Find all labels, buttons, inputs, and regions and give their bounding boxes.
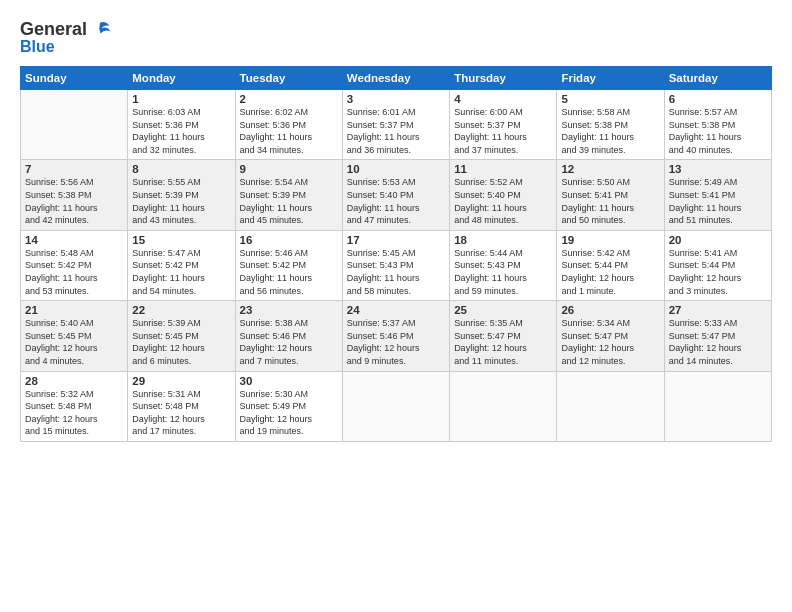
- day-number: 10: [347, 163, 445, 175]
- day-info: Sunrise: 5:53 AM Sunset: 5:40 PM Dayligh…: [347, 176, 445, 226]
- calendar-cell: 19Sunrise: 5:42 AM Sunset: 5:44 PM Dayli…: [557, 230, 664, 300]
- day-number: 3: [347, 93, 445, 105]
- day-info: Sunrise: 5:52 AM Sunset: 5:40 PM Dayligh…: [454, 176, 552, 226]
- calendar-cell: 14Sunrise: 5:48 AM Sunset: 5:42 PM Dayli…: [21, 230, 128, 300]
- calendar-cell: 29Sunrise: 5:31 AM Sunset: 5:48 PM Dayli…: [128, 371, 235, 441]
- day-info: Sunrise: 5:38 AM Sunset: 5:46 PM Dayligh…: [240, 317, 338, 367]
- calendar-table: SundayMondayTuesdayWednesdayThursdayFrid…: [20, 66, 772, 442]
- calendar-header-tuesday: Tuesday: [235, 67, 342, 90]
- day-number: 14: [25, 234, 123, 246]
- day-number: 18: [454, 234, 552, 246]
- calendar-header-friday: Friday: [557, 67, 664, 90]
- day-info: Sunrise: 5:33 AM Sunset: 5:47 PM Dayligh…: [669, 317, 767, 367]
- day-info: Sunrise: 6:03 AM Sunset: 5:36 PM Dayligh…: [132, 106, 230, 156]
- calendar-week-row: 28Sunrise: 5:32 AM Sunset: 5:48 PM Dayli…: [21, 371, 772, 441]
- logo-bird-icon: [89, 18, 111, 40]
- calendar-week-row: 14Sunrise: 5:48 AM Sunset: 5:42 PM Dayli…: [21, 230, 772, 300]
- day-info: Sunrise: 5:46 AM Sunset: 5:42 PM Dayligh…: [240, 247, 338, 297]
- day-number: 21: [25, 304, 123, 316]
- calendar-week-row: 7Sunrise: 5:56 AM Sunset: 5:38 PM Daylig…: [21, 160, 772, 230]
- day-number: 19: [561, 234, 659, 246]
- calendar-cell: 25Sunrise: 5:35 AM Sunset: 5:47 PM Dayli…: [450, 301, 557, 371]
- calendar-cell: 8Sunrise: 5:55 AM Sunset: 5:39 PM Daylig…: [128, 160, 235, 230]
- calendar-header-row: SundayMondayTuesdayWednesdayThursdayFrid…: [21, 67, 772, 90]
- day-number: 28: [25, 375, 123, 387]
- day-number: 17: [347, 234, 445, 246]
- logo-general-text: General: [20, 19, 87, 40]
- day-info: Sunrise: 6:02 AM Sunset: 5:36 PM Dayligh…: [240, 106, 338, 156]
- calendar-cell: [557, 371, 664, 441]
- calendar-cell: 26Sunrise: 5:34 AM Sunset: 5:47 PM Dayli…: [557, 301, 664, 371]
- calendar-cell: 7Sunrise: 5:56 AM Sunset: 5:38 PM Daylig…: [21, 160, 128, 230]
- day-info: Sunrise: 5:41 AM Sunset: 5:44 PM Dayligh…: [669, 247, 767, 297]
- calendar-cell: 2Sunrise: 6:02 AM Sunset: 5:36 PM Daylig…: [235, 90, 342, 160]
- day-number: 1: [132, 93, 230, 105]
- calendar-cell: [21, 90, 128, 160]
- calendar-cell: 24Sunrise: 5:37 AM Sunset: 5:46 PM Dayli…: [342, 301, 449, 371]
- day-info: Sunrise: 5:35 AM Sunset: 5:47 PM Dayligh…: [454, 317, 552, 367]
- day-info: Sunrise: 6:01 AM Sunset: 5:37 PM Dayligh…: [347, 106, 445, 156]
- day-info: Sunrise: 5:39 AM Sunset: 5:45 PM Dayligh…: [132, 317, 230, 367]
- day-number: 25: [454, 304, 552, 316]
- day-number: 12: [561, 163, 659, 175]
- calendar-cell: [664, 371, 771, 441]
- day-info: Sunrise: 5:49 AM Sunset: 5:41 PM Dayligh…: [669, 176, 767, 226]
- calendar-cell: [342, 371, 449, 441]
- day-number: 9: [240, 163, 338, 175]
- day-number: 5: [561, 93, 659, 105]
- day-number: 22: [132, 304, 230, 316]
- calendar-cell: 27Sunrise: 5:33 AM Sunset: 5:47 PM Dayli…: [664, 301, 771, 371]
- day-number: 4: [454, 93, 552, 105]
- day-info: Sunrise: 5:31 AM Sunset: 5:48 PM Dayligh…: [132, 388, 230, 438]
- day-number: 6: [669, 93, 767, 105]
- day-number: 2: [240, 93, 338, 105]
- day-info: Sunrise: 5:34 AM Sunset: 5:47 PM Dayligh…: [561, 317, 659, 367]
- day-number: 23: [240, 304, 338, 316]
- day-info: Sunrise: 5:42 AM Sunset: 5:44 PM Dayligh…: [561, 247, 659, 297]
- calendar-cell: 28Sunrise: 5:32 AM Sunset: 5:48 PM Dayli…: [21, 371, 128, 441]
- calendar-cell: 30Sunrise: 5:30 AM Sunset: 5:49 PM Dayli…: [235, 371, 342, 441]
- day-number: 29: [132, 375, 230, 387]
- day-info: Sunrise: 5:54 AM Sunset: 5:39 PM Dayligh…: [240, 176, 338, 226]
- day-info: Sunrise: 5:40 AM Sunset: 5:45 PM Dayligh…: [25, 317, 123, 367]
- day-info: Sunrise: 6:00 AM Sunset: 5:37 PM Dayligh…: [454, 106, 552, 156]
- calendar-cell: 10Sunrise: 5:53 AM Sunset: 5:40 PM Dayli…: [342, 160, 449, 230]
- day-number: 30: [240, 375, 338, 387]
- calendar-cell: 18Sunrise: 5:44 AM Sunset: 5:43 PM Dayli…: [450, 230, 557, 300]
- logo: General Blue: [20, 18, 111, 56]
- day-info: Sunrise: 5:37 AM Sunset: 5:46 PM Dayligh…: [347, 317, 445, 367]
- calendar-page: General Blue SundayMondayTuesdayWednesda…: [0, 0, 792, 612]
- calendar-week-row: 1Sunrise: 6:03 AM Sunset: 5:36 PM Daylig…: [21, 90, 772, 160]
- calendar-header-saturday: Saturday: [664, 67, 771, 90]
- calendar-cell: 16Sunrise: 5:46 AM Sunset: 5:42 PM Dayli…: [235, 230, 342, 300]
- day-number: 13: [669, 163, 767, 175]
- calendar-cell: 1Sunrise: 6:03 AM Sunset: 5:36 PM Daylig…: [128, 90, 235, 160]
- calendar-cell: 17Sunrise: 5:45 AM Sunset: 5:43 PM Dayli…: [342, 230, 449, 300]
- day-number: 27: [669, 304, 767, 316]
- day-info: Sunrise: 5:48 AM Sunset: 5:42 PM Dayligh…: [25, 247, 123, 297]
- calendar-week-row: 21Sunrise: 5:40 AM Sunset: 5:45 PM Dayli…: [21, 301, 772, 371]
- day-number: 16: [240, 234, 338, 246]
- day-info: Sunrise: 5:55 AM Sunset: 5:39 PM Dayligh…: [132, 176, 230, 226]
- calendar-cell: 5Sunrise: 5:58 AM Sunset: 5:38 PM Daylig…: [557, 90, 664, 160]
- day-info: Sunrise: 5:57 AM Sunset: 5:38 PM Dayligh…: [669, 106, 767, 156]
- calendar-cell: 6Sunrise: 5:57 AM Sunset: 5:38 PM Daylig…: [664, 90, 771, 160]
- day-info: Sunrise: 5:32 AM Sunset: 5:48 PM Dayligh…: [25, 388, 123, 438]
- calendar-cell: 3Sunrise: 6:01 AM Sunset: 5:37 PM Daylig…: [342, 90, 449, 160]
- day-number: 11: [454, 163, 552, 175]
- day-number: 24: [347, 304, 445, 316]
- calendar-cell: 12Sunrise: 5:50 AM Sunset: 5:41 PM Dayli…: [557, 160, 664, 230]
- calendar-header-monday: Monday: [128, 67, 235, 90]
- day-info: Sunrise: 5:56 AM Sunset: 5:38 PM Dayligh…: [25, 176, 123, 226]
- day-number: 7: [25, 163, 123, 175]
- calendar-header-sunday: Sunday: [21, 67, 128, 90]
- calendar-cell: 23Sunrise: 5:38 AM Sunset: 5:46 PM Dayli…: [235, 301, 342, 371]
- calendar-cell: 21Sunrise: 5:40 AM Sunset: 5:45 PM Dayli…: [21, 301, 128, 371]
- page-header: General Blue: [20, 18, 772, 56]
- calendar-cell: 22Sunrise: 5:39 AM Sunset: 5:45 PM Dayli…: [128, 301, 235, 371]
- day-number: 20: [669, 234, 767, 246]
- day-info: Sunrise: 5:45 AM Sunset: 5:43 PM Dayligh…: [347, 247, 445, 297]
- calendar-header-thursday: Thursday: [450, 67, 557, 90]
- calendar-cell: 9Sunrise: 5:54 AM Sunset: 5:39 PM Daylig…: [235, 160, 342, 230]
- day-info: Sunrise: 5:47 AM Sunset: 5:42 PM Dayligh…: [132, 247, 230, 297]
